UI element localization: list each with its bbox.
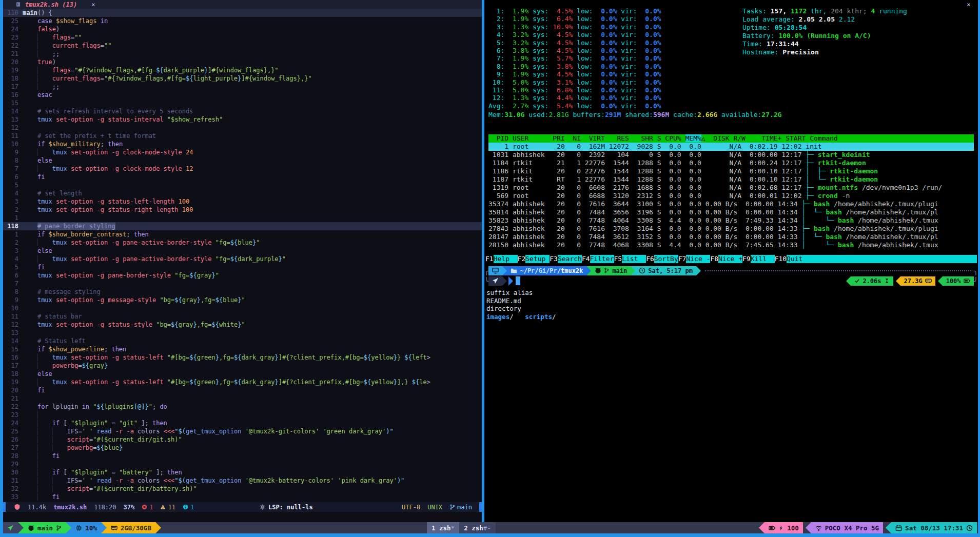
- code-line[interactable]: 19 ▏ flags="#{?window_flags,#[fg=${dark_…: [3, 66, 482, 74]
- fkey-f4[interactable]: F4: [582, 255, 590, 263]
- code-line[interactable]: 28 ▏ fi: [3, 452, 482, 460]
- code-line[interactable]: 15 if $show_powerline; then: [3, 345, 482, 353]
- process-row[interactable]: 28147 abhishek 20 0 7484 3612 3152 S 0.0…: [488, 233, 974, 241]
- system-monitor-pane[interactable]: 1: 1.9% sys: 4.5% low: 0.0% vir: 0.0% 2:…: [484, 0, 978, 263]
- window-list[interactable]: 1 zsh*2 zsh#-: [427, 522, 496, 533]
- code-line[interactable]: 9 tmux set-option -g message-style "bg=$…: [3, 296, 482, 304]
- code-line[interactable]: 11 # status bar: [3, 312, 482, 321]
- fkey-f2[interactable]: F2: [518, 255, 526, 263]
- fkey-label[interactable]: Filter: [590, 255, 614, 263]
- process-row[interactable]: 35814 abhishek 20 0 7484 3656 3196 S 0.0…: [488, 208, 974, 216]
- git-branch[interactable]: main: [449, 504, 472, 511]
- code-line[interactable]: 5 fi: [3, 263, 482, 271]
- code-line[interactable]: 8 # message styling: [3, 288, 482, 296]
- fkey-label[interactable]: Nice -: [686, 255, 710, 263]
- code-line[interactable]: 4 ▏ tmux set-option -g pane-active-borde…: [3, 255, 482, 263]
- code-line[interactable]: 8 else: [3, 156, 482, 165]
- fkey-f10[interactable]: F10: [775, 255, 787, 263]
- code-line[interactable]: 1 if $show_border_contrast; then: [3, 230, 482, 238]
- code-line[interactable]: 5: [3, 181, 482, 189]
- fkey-label[interactable]: Setup: [525, 255, 550, 263]
- diagnostic-warnings[interactable]: 11: [160, 504, 175, 511]
- code-line[interactable]: 10: [3, 304, 482, 312]
- code-line[interactable]: 1: [3, 214, 482, 222]
- shell-pane[interactable]: ╭ ~/Pr/Gi/Pr/tmux2k main Sat, 5:17 pm ╮ …: [484, 264, 978, 522]
- code-line[interactable]: 24 ▏ if [ "$lplugin" = "git" ]; then: [3, 419, 482, 427]
- code-line[interactable]: 31 ▏ ▏ IFS=' ' read -r -a colors <<<"$(g…: [3, 476, 482, 485]
- prompt-path-segment[interactable]: ~/Pr/Gi/Pr/tmux2k: [507, 266, 586, 275]
- git-segment[interactable]: main: [24, 522, 66, 533]
- process-row[interactable]: 1319 root 20 0 6608 2176 1688 S 0.0 0.0 …: [488, 184, 974, 192]
- code-line[interactable]: 12 tmux set-option -g status-style "bg=$…: [3, 321, 482, 329]
- tab-title[interactable]: tmux2k.sh (13): [25, 1, 77, 8]
- code-lines[interactable]: 25 case $show_flags in24 false)23 ▏ flag…: [3, 17, 482, 501]
- fkey-f1[interactable]: F1: [485, 255, 494, 263]
- code-line[interactable]: 21: [3, 394, 482, 403]
- window-close-icon[interactable]: ×: [967, 1, 971, 8]
- tmux-status-bar[interactable]: main 10% 2GB/30GB 1 zsh*2 zsh#- 100 POCO…: [3, 522, 978, 533]
- code-line[interactable]: 25 ▏ ▏ IFS=' ' read -r -a colors <<<"$(g…: [3, 427, 482, 435]
- code-line[interactable]: 14 # sets refresh interval to every 5 se…: [3, 107, 482, 115]
- ram-segment[interactable]: 2GB/30GB: [107, 522, 155, 533]
- fkey-label[interactable]: List: [622, 255, 646, 263]
- code-line[interactable]: 6 tmux set-option -g pane-border-style "…: [3, 271, 482, 280]
- code-line[interactable]: 14 # Status left: [3, 337, 482, 345]
- process-row[interactable]: 27843 abhishek 20 0 7616 3708 3164 S 0.0…: [488, 225, 974, 233]
- process-row[interactable]: 1184 rtkit 21 1 22776 1544 1288 S 0.0 0.…: [488, 159, 974, 167]
- tab-close-icon[interactable]: ×: [91, 1, 95, 8]
- code-line[interactable]: 15: [3, 99, 482, 107]
- process-row[interactable]: 1186 rtkit 20 0 22776 1544 1288 S 0.0 0.…: [488, 167, 974, 175]
- fkey-label[interactable]: Search: [558, 255, 582, 263]
- code-line[interactable]: 118 # pane border styling: [3, 222, 482, 230]
- terminal-cursor[interactable]: [516, 276, 520, 285]
- process-row[interactable]: 28150 abhishek 20 0 7748 4068 3308 S 4.4…: [488, 241, 974, 249]
- code-line[interactable]: 21 ▏ ;;: [3, 50, 482, 58]
- code-line[interactable]: 2 tmux set-option -g status-right-length…: [3, 206, 482, 214]
- code-line[interactable]: 22 ▏ current_flags="": [3, 42, 482, 50]
- prompt-line-2[interactable]: ╰ 2.06s 27.3G 100% ╯: [484, 276, 978, 286]
- session-segment[interactable]: [3, 522, 18, 533]
- code-line[interactable]: 25 case $show_flags in: [3, 17, 482, 25]
- fkey-label[interactable]: Help: [494, 255, 518, 263]
- code-line[interactable]: 9 ▏ tmux set-option -g clock-mode-style …: [3, 148, 482, 156]
- code-line[interactable]: 16 ▏ tmux set-option -g status-left "#[b…: [3, 353, 482, 362]
- process-table[interactable]: PID USER PRI NI VIRT RES SHR S CPU% MEM%…: [488, 134, 974, 249]
- process-row[interactable]: 1031 abhishek 20 0 2392 104 0 S 0.0 0.0 …: [488, 151, 974, 159]
- code-line[interactable]: 11 # set the prefix + t time format: [3, 132, 482, 140]
- code-line[interactable]: 7 ▏ tmux set-option -g clock-mode-style …: [3, 165, 482, 173]
- code-line[interactable]: 17 ▏ ;;: [3, 83, 482, 91]
- process-row[interactable]: 1187 rtkit RT 1 22776 1544 1288 S 0.0 0.…: [488, 175, 974, 184]
- code-line[interactable]: 18 ▏ current_flags="#{?window_flags,#[fg…: [3, 74, 482, 83]
- fkey-label[interactable]: Nice +: [718, 255, 742, 263]
- process-row[interactable]: 35374 abhishek 20 0 7616 3644 3100 S 0.0…: [488, 200, 974, 208]
- code-line[interactable]: 18 else: [3, 370, 482, 378]
- code-line[interactable]: 20 fi: [3, 386, 482, 394]
- fkey-f3[interactable]: F3: [550, 255, 558, 263]
- code-line[interactable]: 13 tmux set-option -g status-interval "$…: [3, 115, 482, 124]
- fkey-f9[interactable]: F9: [742, 255, 751, 263]
- code-line[interactable]: 33 ▏ fi: [3, 493, 482, 501]
- fkey-f5[interactable]: F5: [614, 255, 622, 263]
- code-line[interactable]: 10 if $show_military; then: [3, 140, 482, 148]
- function-key-bar[interactable]: F1Help F2Setup F3SearchF4FilterF5List F6…: [485, 255, 977, 263]
- editor-pane[interactable]: tmux2k.sh (13) × 110 main() { 25 case $s…: [3, 0, 482, 522]
- code-line[interactable]: 19 ▏ tmux set-option -g status-left "#[b…: [3, 378, 482, 386]
- code-line[interactable]: 16 esac: [3, 91, 482, 99]
- cpu-segment[interactable]: 10%: [71, 522, 101, 533]
- code-line[interactable]: 32 ▏ ▏ script="#($current_dir/battery.sh…: [3, 485, 482, 493]
- tmux-window-2[interactable]: 2 zsh#-: [459, 522, 496, 533]
- code-line[interactable]: 20 true): [3, 58, 482, 66]
- diagnostic-errors[interactable]: 1: [142, 504, 153, 511]
- pane-border[interactable]: [482, 0, 484, 522]
- code-line[interactable]: 2 ▏ tmux set-option -g pane-active-borde…: [3, 238, 482, 247]
- process-row[interactable]: 1 root 20 0 162M 12072 9028 S 0.0 0.0 N/…: [488, 143, 974, 151]
- code-line[interactable]: 4 # set length: [3, 189, 482, 197]
- fkey-f8[interactable]: F8: [710, 255, 718, 263]
- fkey-label[interactable]: Kill: [751, 255, 775, 263]
- process-rows[interactable]: 1 root 20 0 162M 12072 9028 S 0.0 0.0 N/…: [488, 143, 974, 249]
- tmux-window-1[interactable]: 1 zsh*: [427, 522, 459, 533]
- code-line[interactable]: 24 false): [3, 25, 482, 33]
- fkey-label[interactable]: Quit: [787, 255, 811, 263]
- fkey-f6[interactable]: F6: [646, 255, 654, 263]
- code-line[interactable]: 12: [3, 124, 482, 132]
